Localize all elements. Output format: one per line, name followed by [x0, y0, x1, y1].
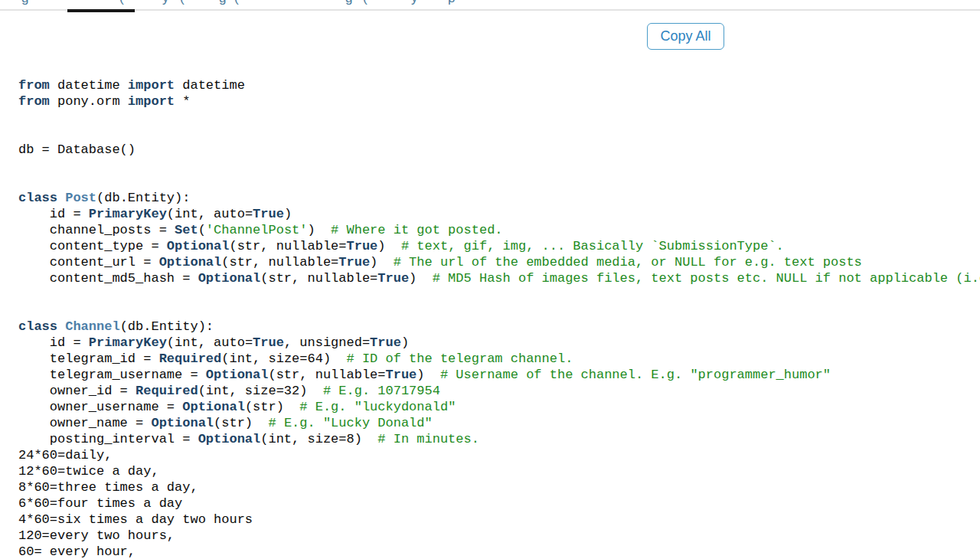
code-line: [18, 174, 980, 190]
code-line: content_url = Optional(str, nullable=Tru…: [18, 254, 980, 270]
tab-bar: g(y(g(g(yp: [0, 0, 980, 11]
code-line: 12*60=twice a day,: [18, 463, 980, 479]
code-line: id = PrimaryKey(int, auto=True, unsigned…: [18, 335, 980, 351]
tab-label-fragment[interactable]: p: [448, 0, 455, 6]
tab-label-fragment[interactable]: (: [180, 0, 185, 6]
code-line: 24*60=daily,: [18, 447, 980, 463]
code-line: 8*60=three times a day,: [18, 479, 980, 495]
code-line: 60= every hour,: [18, 544, 980, 559]
code-line: [18, 158, 980, 174]
code-line: [18, 286, 980, 302]
code-line: content_md5_hash = Optional(str, nullabl…: [18, 270, 980, 286]
code-line: [18, 110, 980, 126]
code-line: channel_posts = Set('ChannelPost') # Whe…: [18, 222, 980, 238]
tab-label-fragment[interactable]: g: [21, 0, 28, 6]
code-line: id = PrimaryKey(int, auto=True): [18, 206, 980, 222]
code-line: db = Database(): [18, 142, 980, 158]
code-line: [18, 302, 980, 319]
code-line: class Channel(db.Entity):: [18, 319, 980, 335]
tab-label-fragment[interactable]: (: [234, 0, 239, 6]
code-line: telegram_id = Required(int, size=64) # I…: [18, 351, 980, 367]
code-line: owner_id = Required(int, size=32) # E.g.…: [18, 383, 980, 399]
code-line: content_type = Optional(str, nullable=Tr…: [18, 238, 980, 254]
code-line: 120=every two hours,: [18, 528, 980, 544]
tab-label-fragment[interactable]: g: [345, 0, 352, 6]
tab-label-fragment[interactable]: (: [363, 0, 368, 6]
tab-label-fragment[interactable]: y: [162, 0, 169, 6]
code-line: owner_username = Optional(str) # E.g. "l…: [18, 399, 980, 415]
code-line: from pony.orm import *: [18, 93, 980, 110]
code-line: from datetime import datetime: [18, 77, 980, 93]
code-line: 6*60=four times a day: [18, 495, 980, 512]
tab-label-fragment[interactable]: y: [411, 0, 418, 6]
tab-label-fragment[interactable]: (: [119, 0, 124, 6]
code-line: class Post(db.Entity):: [18, 190, 980, 206]
code-block: from datetime import datetimefrom pony.o…: [18, 77, 980, 559]
code-line: [18, 126, 980, 142]
code-line: 4*60=six times a day two hours: [18, 512, 980, 528]
code-line: posting_interval = Optional(int, size=8)…: [18, 431, 980, 447]
active-tab-indicator: [67, 9, 135, 12]
code-line: telegram_username = Optional(str, nullab…: [18, 367, 980, 383]
copy-all-button[interactable]: Copy All: [647, 23, 724, 50]
tab-label-fragment[interactable]: g: [219, 0, 226, 6]
code-line: owner_name = Optional(str) # E.g. "Lucky…: [18, 415, 980, 431]
